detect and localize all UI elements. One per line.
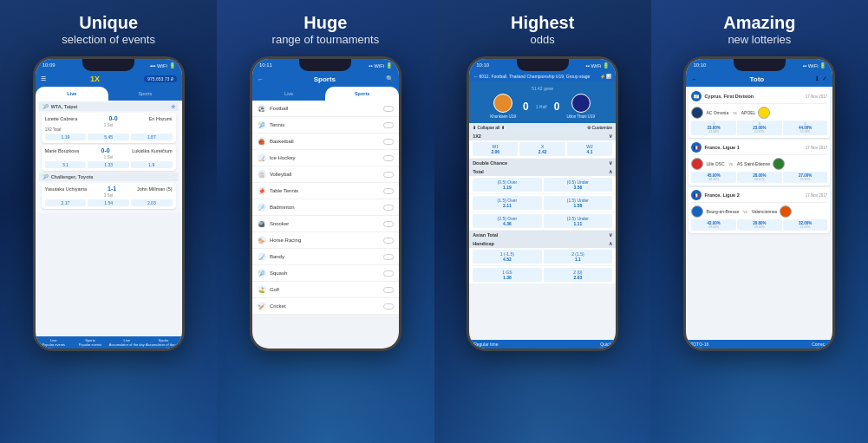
sport-golf[interactable]: ⛳ Golf <box>252 282 399 298</box>
odd-handicap2[interactable]: 2 (1.5)1.1 <box>544 250 613 264</box>
odd-1-2[interactable]: 5.45 <box>88 134 129 140</box>
league-cyprus: 🇨🇾 Cyprus. First Division 17 Nov 2017 AC… <box>689 88 830 138</box>
toto-header-icons: ℹ ✓ <box>816 75 827 82</box>
screen-3: 10:10 ▪▪ WiFi 🔋 ← 6012. Football. Thaila… <box>469 59 616 349</box>
odd-x[interactable]: X2.42 <box>519 142 565 156</box>
icehockey-name: Ice Hockey <box>270 155 296 160</box>
cyprus-odd2[interactable]: 2 44.00% 53.28% <box>783 121 828 135</box>
sport-cricket[interactable]: 🏏 Cricket <box>252 298 399 315</box>
vs-sep2: vs <box>729 162 734 166</box>
snooker-icon: 🎱 <box>258 219 266 228</box>
ligue1-odd1[interactable]: 45.00% 48.25% <box>691 172 736 183</box>
odd-w1[interactable]: W12.06 <box>473 142 518 156</box>
badminton-toggle[interactable] <box>383 205 394 211</box>
odd-3-1[interactable]: 2.17 <box>45 199 87 206</box>
sport-tabletennis[interactable]: 🏓 Table Tennis <box>252 183 399 199</box>
check-icon-4[interactable]: ✓ <box>822 75 827 82</box>
tab-live-1[interactable]: Live <box>36 87 109 101</box>
bandy-toggle[interactable] <box>383 254 394 260</box>
football-toggle[interactable] <box>383 106 394 112</box>
odd-1gs1[interactable]: 1 GS1.38 <box>473 268 542 282</box>
odd-under-15[interactable]: (1.5) Under1.58 <box>544 196 613 210</box>
sport-football-label: ⚽ Football <box>258 104 288 113</box>
teams-visual-3: Khonkaen U19 0 1 Half 0 Udon Thani U19 <box>473 94 611 119</box>
sport-bandy[interactable]: 🏑 Bandy <box>252 249 399 265</box>
tennis-icon: 🎾 <box>258 121 266 129</box>
ligue1-oddx[interactable]: 28.00% 26.11% <box>737 172 782 183</box>
regular-time-btn[interactable]: Regular time <box>473 342 498 347</box>
sport-volleyball[interactable]: 🏐 Volleyball <box>252 166 399 183</box>
sport-badminton[interactable]: 🏸 Badminton <box>252 199 399 216</box>
vs-sep3: vs <box>743 210 747 214</box>
odd-w2[interactable]: W24.1 <box>567 142 612 156</box>
ligue2-odd1[interactable]: 42.00% 39.00% <box>691 219 736 231</box>
collapse-all-btn[interactable]: ⬇ Collapse all ⬆ <box>473 125 505 130</box>
odd-over-25[interactable]: (2.5) Over4.36 <box>473 214 542 228</box>
sport-tennis[interactable]: 🎾 Tennis <box>252 117 399 134</box>
sport-snooker[interactable]: 🎱 Snooker <box>252 216 399 232</box>
nav-sports[interactable]: SportsPopular events <box>72 338 108 347</box>
info-icon-4[interactable]: ℹ <box>816 75 819 82</box>
ligue2-odd2[interactable]: 32.00% 32.00% <box>783 219 828 231</box>
tabletennis-toggle[interactable] <box>383 188 394 194</box>
cyprus-odd1[interactable]: 1 33.00% 24.89% <box>691 121 736 135</box>
tab-live-2[interactable]: Live <box>252 87 326 101</box>
panel-2-title: Huge <box>272 12 380 33</box>
ligue2-oddx[interactable]: 29.80% 29.80% <box>737 219 782 231</box>
phone-frame-4: 10:10 ▪▪ WiFi 🔋 ← Toto ℹ ✓ 🇨🇾 Cyprus. Fi… <box>683 56 835 351</box>
volleyball-toggle[interactable] <box>383 172 394 178</box>
search-icon-2[interactable]: 🔍 <box>386 75 394 82</box>
customize-btn[interactable]: ⚙ Customize <box>587 125 612 130</box>
basketball-toggle[interactable] <box>383 139 394 145</box>
signal-icons-1: ▪▪▪ WiFi 🔋 <box>150 62 175 68</box>
lille-name: Lille OSC <box>706 161 724 166</box>
sport-horse-racing[interactable]: 🐎 Horse Racing <box>252 232 399 249</box>
snooker-toggle[interactable] <box>383 221 394 227</box>
sport-ice-hockey[interactable]: 🏒 Ice Hockey <box>252 150 399 166</box>
quick-btn[interactable]: Quick <box>600 342 611 347</box>
odd-1gs2[interactable]: 2 (0)2.63 <box>544 268 613 282</box>
odd-over-15[interactable]: (1.5) Over2.11 <box>473 196 542 210</box>
odd-handicap1[interactable]: 1 (-1.5)4.52 <box>473 250 542 264</box>
nav-accumulator[interactable]: LiveAccumulator of the day <box>108 338 145 347</box>
odd-over-05[interactable]: (0.5) Over1.19 <box>473 178 542 192</box>
tennis-toggle[interactable] <box>383 122 394 128</box>
golf-toggle[interactable] <box>383 287 394 293</box>
squash-toggle[interactable] <box>383 270 394 277</box>
sport-football[interactable]: ⚽ Football <box>252 101 399 117</box>
odd-2-2[interactable]: 1.33 <box>88 161 129 168</box>
cyprus-match: AC Omonia vs APOEL <box>691 107 827 119</box>
sport-basketball[interactable]: 🏀 Basketball <box>252 134 399 150</box>
odd-under-05[interactable]: (0.5) Under3.56 <box>544 178 613 192</box>
balance-badge-1[interactable]: 975,653.73 ₽ <box>144 75 176 82</box>
sport-squash[interactable]: 🎾 Squash <box>252 265 399 282</box>
league-ligue2: 🇫🇷 France. Ligue 2 17 Nov 2017 Bourg-en-… <box>689 187 830 233</box>
sport-basketball-label: 🏀 Basketball <box>258 137 294 146</box>
odd-under-25[interactable]: (2.5) Under1.11 <box>544 214 613 228</box>
odd-1-1[interactable]: 1.19 <box>45 134 87 140</box>
odd-2-1[interactable]: 3.1 <box>45 161 87 168</box>
score-3: 1-1 <box>108 186 116 192</box>
ligue1-odd2[interactable]: 27.00% 25.65% <box>783 172 828 183</box>
odd-3-2[interactable]: 1.54 <box>88 199 129 206</box>
tab-sports-1[interactable]: Sports <box>108 87 182 101</box>
back-icon-4[interactable]: ← <box>691 76 697 82</box>
star-icon-3[interactable]: ⚡ 📊 <box>600 74 611 79</box>
nav-live[interactable]: LivePopular events <box>36 338 72 347</box>
odd-3-3[interactable]: 2.03 <box>131 199 173 206</box>
panel-1-subtitle: selection of events <box>62 33 155 46</box>
nav-sports-acc[interactable]: SportsAccumulator of the day <box>145 338 181 347</box>
odd-1-3[interactable]: 1.87 <box>131 134 173 140</box>
cricket-toggle[interactable] <box>383 303 394 309</box>
icehockey-toggle[interactable] <box>383 155 394 161</box>
tab-bar-2: Live Sports <box>252 87 399 101</box>
odd-2-3[interactable]: 1.9 <box>131 161 173 168</box>
phone-notch-3 <box>517 59 569 71</box>
football-name: Football <box>270 106 288 111</box>
cyprus-odds: 1 33.00% 24.89% X 23.00% 21.83% 2 44.00% <box>691 121 827 135</box>
cyprus-oddx[interactable]: X 23.00% 21.83% <box>737 121 782 135</box>
market-dc-header: Double Chance∨ <box>469 159 616 167</box>
horseracing-toggle[interactable] <box>383 238 394 244</box>
tab-sports-2[interactable]: Sports <box>325 87 399 101</box>
back-icon-2[interactable]: ← <box>258 76 264 82</box>
